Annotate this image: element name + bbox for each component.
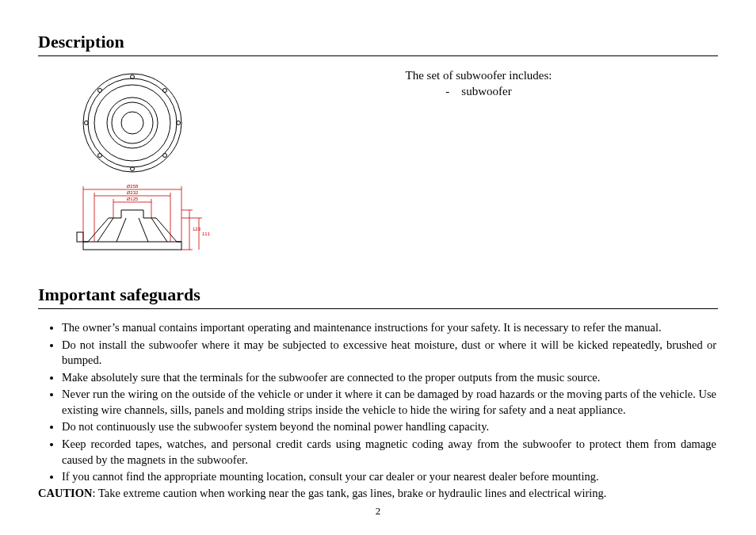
list-item: If you cannot find the appropriate mount… xyxy=(62,469,718,485)
svg-point-11 xyxy=(98,154,102,158)
svg-point-13 xyxy=(98,89,102,93)
set-intro-text: The set of subwoofer includes: xyxy=(271,67,686,83)
list-item: Do not install the subwoofer where it ma… xyxy=(62,338,718,369)
svg-line-18 xyxy=(116,218,126,242)
caution-label: CAUTION xyxy=(38,487,92,499)
list-item: Make absolutely sure that the terminals … xyxy=(62,370,718,386)
svg-point-5 xyxy=(121,112,143,134)
heading-description: Description xyxy=(38,32,718,54)
dim-125-label: Ø125 xyxy=(127,197,139,201)
svg-line-20 xyxy=(139,218,148,242)
dim-258-label: Ø258 xyxy=(127,184,139,189)
svg-point-9 xyxy=(163,154,167,158)
svg-point-2 xyxy=(94,85,170,161)
set-item-label: subwoofer xyxy=(461,85,511,97)
svg-rect-14 xyxy=(83,242,181,250)
dim-h1-label: 123 xyxy=(193,227,201,231)
bullet-dash: - xyxy=(445,85,449,97)
dim-232-label: Ø232 xyxy=(127,190,139,195)
set-item: - subwoofer xyxy=(445,83,511,99)
list-item: The owner’s manual contains important op… xyxy=(62,320,718,336)
divider xyxy=(38,308,718,309)
subwoofer-diagram-icon: Ø258 Ø232 Ø125 123 111 xyxy=(65,67,223,258)
product-diagram: Ø258 Ø232 Ø125 123 111 xyxy=(38,67,239,261)
dim-h2-label: 111 xyxy=(202,231,211,236)
safeguards-list: The owner’s manual contains important op… xyxy=(38,320,718,485)
caution-text: : Take extreme caution when working near… xyxy=(92,487,606,499)
svg-point-4 xyxy=(112,102,153,143)
set-includes: The set of subwoofer includes: - subwoof… xyxy=(271,67,718,100)
svg-point-3 xyxy=(107,97,158,148)
heading-safeguards: Important safeguards xyxy=(38,285,718,307)
page-number: 2 xyxy=(0,505,756,518)
list-item: Never run the wiring on the outside of t… xyxy=(62,387,718,418)
divider xyxy=(38,55,718,56)
svg-point-7 xyxy=(163,89,167,93)
svg-rect-21 xyxy=(77,232,83,242)
description-row: Ø258 Ø232 Ø125 123 111 xyxy=(38,67,718,261)
list-item: Do not continuously use the subwoofer sy… xyxy=(62,419,718,435)
svg-point-0 xyxy=(83,74,181,172)
caution-line: CAUTION: Take extreme caution when worki… xyxy=(38,487,718,500)
list-item: Keep recorded tapes, watches, and person… xyxy=(62,437,718,468)
document-page: Description xyxy=(0,0,756,535)
